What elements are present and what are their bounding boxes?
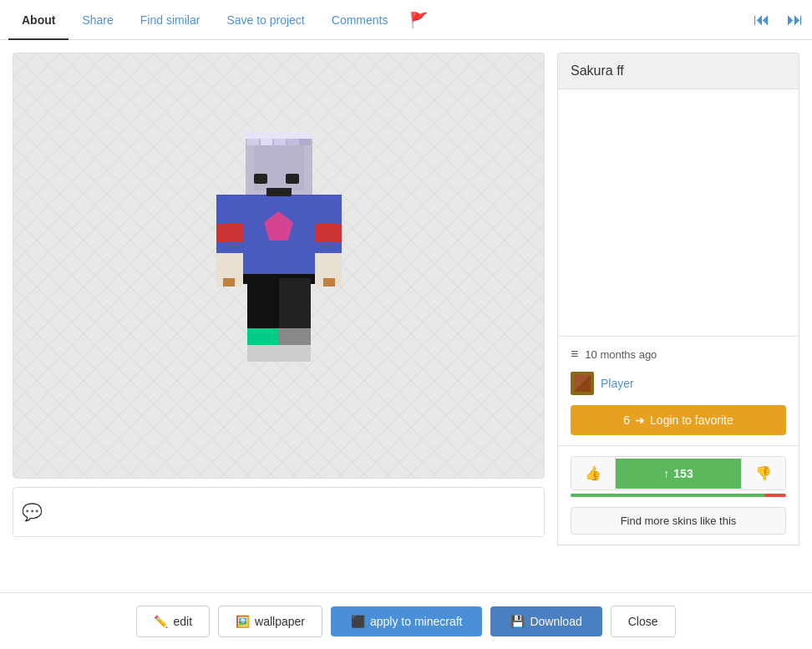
tab-comments[interactable]: Comments xyxy=(318,0,402,40)
next-arrow[interactable]: ⏭ xyxy=(787,10,804,29)
wallpaper-button[interactable]: 🖼️ wallpaper xyxy=(218,606,322,617)
vote-section: 👍 ↑ 153 👎 Find more skins like this xyxy=(557,446,799,545)
flag-icon[interactable]: 🚩 xyxy=(409,11,428,29)
foot-right xyxy=(279,345,311,362)
apply-label: apply to minecraft xyxy=(370,615,463,617)
head-top xyxy=(246,132,312,139)
skin-torso xyxy=(241,195,317,278)
arm-right-lower xyxy=(315,253,342,286)
favorite-label: Login to favorite xyxy=(650,413,733,427)
skin-chest-mark xyxy=(264,211,293,241)
vote-like-button[interactable]: 👍 xyxy=(571,457,616,489)
head-eye-right xyxy=(286,174,299,184)
download-label: Download xyxy=(530,615,581,617)
arm-left-glove xyxy=(223,278,235,286)
chat-icon: 💬 xyxy=(22,502,43,522)
edit-button[interactable]: ✏️ edit xyxy=(136,606,210,617)
top-nav: About Share Find similar Save to project… xyxy=(0,0,812,40)
date-text: 10 months ago xyxy=(585,348,657,361)
skin-info-box xyxy=(557,89,799,337)
tab-find-similar[interactable]: Find similar xyxy=(127,0,214,40)
leg-left-accent xyxy=(247,328,279,345)
calendar-icon: ≡ xyxy=(571,347,578,362)
cube-icon: ⬛ xyxy=(351,615,365,617)
favorite-count: 6 xyxy=(623,413,630,427)
tab-about[interactable]: About xyxy=(8,0,69,40)
neck xyxy=(266,188,292,196)
player-avatar-inner xyxy=(574,375,591,392)
vote-bar xyxy=(571,494,786,497)
skin-title: Sakura ff xyxy=(557,53,799,89)
head-eye-left xyxy=(254,174,267,184)
tab-save-to-project[interactable]: Save to project xyxy=(213,0,317,40)
arm-left-lower xyxy=(216,253,243,286)
find-similar-button[interactable]: Find more skins like this xyxy=(571,507,786,535)
skin-meta: ≡ 10 months ago Player 6 ➜ Login to favo… xyxy=(557,337,799,446)
player-link[interactable]: Player xyxy=(601,377,634,390)
right-panel: Sakura ff ≡ 10 months ago Player 6 ➜ Log… xyxy=(557,53,799,545)
close-button[interactable]: Close xyxy=(611,606,676,617)
arm-left-cuff-1 xyxy=(216,224,243,234)
meta-date: ≡ 10 months ago xyxy=(571,347,786,362)
left-panel: 💬 xyxy=(13,53,545,545)
vote-buttons: 👍 ↑ 153 👎 xyxy=(571,456,786,490)
download-button[interactable]: 💾 Download xyxy=(490,606,601,617)
main-content: 💬 Sakura ff ≡ 10 months ago Player 6 ➜ L… xyxy=(0,40,812,558)
prev-arrow[interactable]: ⏮ xyxy=(754,10,770,29)
vote-dislike-button[interactable]: 👎 xyxy=(741,457,785,489)
player-avatar xyxy=(571,372,594,395)
image-icon: 🖼️ xyxy=(236,615,250,617)
wallpaper-label: wallpaper xyxy=(255,615,305,617)
leg-right-accent xyxy=(279,328,311,345)
vote-bar-green xyxy=(571,494,764,497)
favorite-button[interactable]: 6 ➜ Login to favorite xyxy=(571,405,786,435)
edit-label: edit xyxy=(173,615,192,617)
foot-left xyxy=(247,345,279,362)
download-icon: 💾 xyxy=(510,615,525,617)
nav-arrows: ⏮ ⏭ xyxy=(754,10,804,29)
vote-up-arrow: ↑ xyxy=(663,467,669,480)
meta-player: Player xyxy=(571,372,786,395)
bottom-bar: ✏️ edit 🖼️ wallpaper ⬛ apply to minecraf… xyxy=(0,592,812,616)
skin-body xyxy=(212,132,346,399)
arm-right-glove xyxy=(323,278,335,286)
arm-right-cuff-1 xyxy=(315,224,342,234)
tab-share[interactable]: Share xyxy=(69,0,126,40)
skin-preview xyxy=(13,53,545,479)
vote-count: 153 xyxy=(673,467,693,480)
vote-up-button[interactable]: ↑ 153 xyxy=(616,459,741,489)
pencil-icon: ✏️ xyxy=(154,615,168,617)
comment-box[interactable]: 💬 xyxy=(13,487,545,537)
arm-left-cuff-2 xyxy=(216,234,243,242)
login-arrow-icon: ➜ xyxy=(635,413,645,427)
arm-right-cuff-2 xyxy=(315,234,342,242)
apply-button[interactable]: ⬛ apply to minecraft xyxy=(331,606,483,617)
